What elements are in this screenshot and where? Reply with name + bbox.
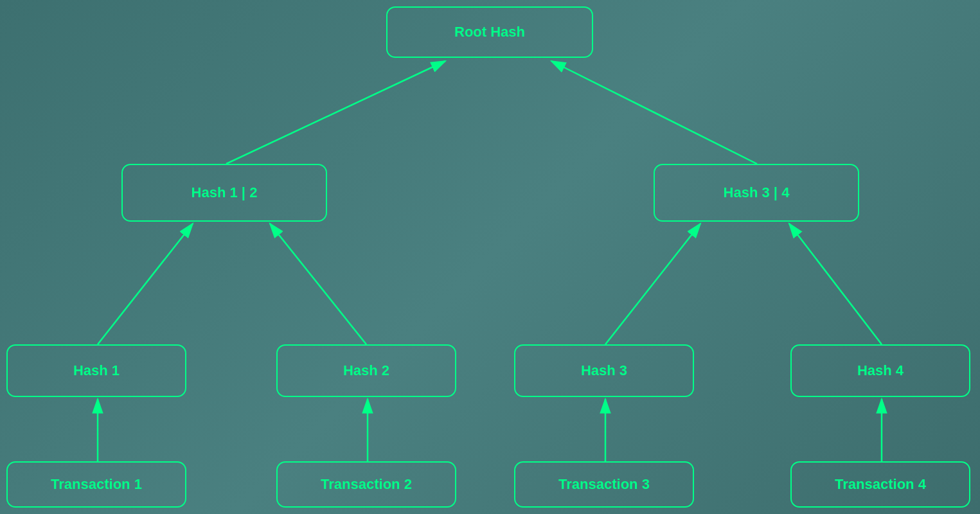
tx3-label: Transaction 3 <box>558 476 650 493</box>
node-hash12: Hash 1 | 2 <box>121 164 327 222</box>
node-hash2: Hash 2 <box>276 344 456 397</box>
tx4-label: Transaction 4 <box>835 476 926 493</box>
svg-line-5 <box>605 224 700 344</box>
hash34-label: Hash 3 | 4 <box>724 184 790 201</box>
root-hash-label: Root Hash <box>454 24 525 40</box>
svg-line-3 <box>98 224 193 344</box>
tx1-label: Transaction 1 <box>51 476 142 493</box>
tx2-label: Transaction 2 <box>321 476 412 493</box>
hash1-label: Hash 1 <box>73 362 120 379</box>
node-root-hash: Root Hash <box>386 6 593 58</box>
svg-line-1 <box>226 61 445 164</box>
hash2-label: Hash 2 <box>343 362 389 379</box>
svg-line-4 <box>270 224 366 344</box>
node-hash4: Hash 4 <box>790 344 970 397</box>
node-tx1: Transaction 1 <box>6 461 186 508</box>
node-hash34: Hash 3 | 4 <box>654 164 859 222</box>
node-hash1: Hash 1 <box>6 344 186 397</box>
hash3-label: Hash 3 <box>581 362 627 379</box>
hash12-label: Hash 1 | 2 <box>192 184 258 201</box>
node-tx4: Transaction 4 <box>790 461 970 508</box>
arrows-layer <box>0 0 980 514</box>
hash4-label: Hash 4 <box>857 362 904 379</box>
node-tx2: Transaction 2 <box>276 461 456 508</box>
merkle-tree: Root Hash Hash 1 | 2 Hash 3 | 4 Hash 1 H… <box>0 0 980 514</box>
node-tx3: Transaction 3 <box>514 461 694 508</box>
svg-line-6 <box>789 224 882 344</box>
svg-line-2 <box>551 61 757 164</box>
node-hash3: Hash 3 <box>514 344 694 397</box>
